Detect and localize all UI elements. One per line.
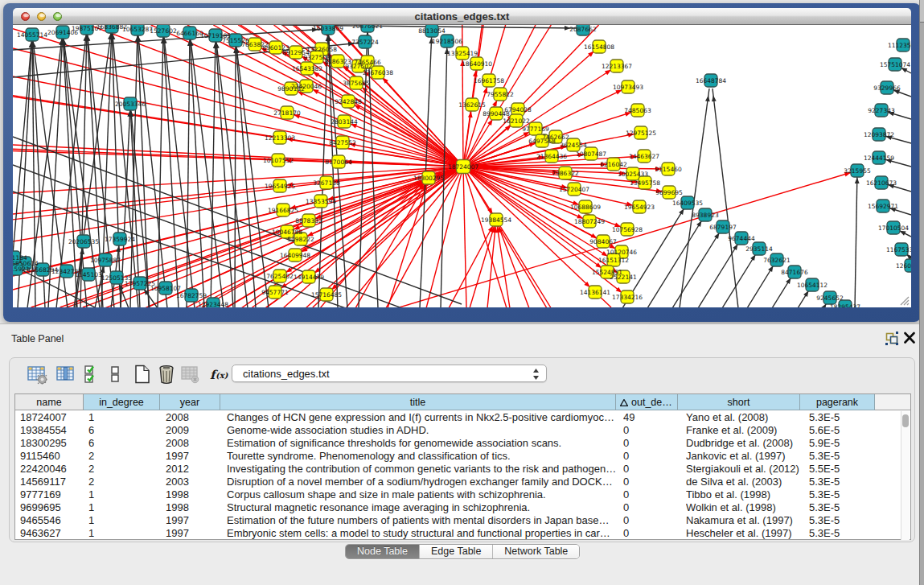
- graph-node-label: 18640910: [462, 60, 492, 68]
- window-titlebar[interactable]: citations_edges.txt: [13, 8, 911, 25]
- cell-title: Embryonic stem cells: a model to study s…: [227, 527, 618, 540]
- column-header-in_degree[interactable]: in_degree: [84, 394, 160, 410]
- graph-node-label: 16210673: [866, 179, 897, 187]
- network-file-select[interactable]: citations_edges.txt: [232, 365, 547, 382]
- graph-node-label: 14463627: [629, 153, 659, 160]
- table-body: 1872400712008Changes of HCN gene express…: [15, 411, 897, 540]
- graph-node-label: 16543382: [292, 65, 322, 72]
- scrollbar-thumb[interactable]: [902, 414, 909, 427]
- cell-year: 1997: [166, 514, 221, 527]
- graph-edge[interactable]: [138, 29, 149, 307]
- graph-edge[interactable]: [647, 215, 705, 307]
- table-row[interactable]: 946362711997Embryonic stem cells: a mode…: [15, 527, 897, 540]
- graph-edge[interactable]: [463, 25, 483, 167]
- cell-year: 2003: [166, 476, 221, 488]
- cell-pagerank: 5.6E-5: [809, 424, 879, 437]
- graph-edge[interactable]: [13, 29, 463, 167]
- graph-node-label: 9699695: [655, 189, 683, 196]
- canvas-resize-grip[interactable]: [898, 295, 910, 306]
- float-panel-icon[interactable]: [885, 332, 898, 345]
- column-header-pagerank[interactable]: pagerank: [800, 394, 875, 410]
- cell-year: 2008: [166, 437, 221, 450]
- graph-edge[interactable]: [855, 171, 857, 307]
- graph-node-label: 16033809: [313, 25, 343, 32]
- graph-edge[interactable]: [13, 137, 462, 304]
- graph-node-label: 12213303: [265, 134, 295, 142]
- network-canvas[interactable]: 1405571420691406198751071683688210653287…: [13, 25, 911, 307]
- table-row[interactable]: 1938455462009Genome-wide association stu…: [15, 424, 897, 437]
- tab-network-table[interactable]: Network Table: [493, 545, 579, 558]
- fx-icon[interactable]: f (x): [208, 364, 229, 385]
- graph-node-label: 9674444: [728, 235, 755, 242]
- table-row[interactable]: 946554611997Estimation of the future num…: [15, 514, 897, 527]
- table-row[interactable]: 1830029562008Estimation of significance …: [15, 437, 897, 450]
- graph-edge[interactable]: [163, 31, 179, 307]
- graph-edge[interactable]: [672, 227, 723, 307]
- cell-in_degree: 1: [88, 501, 160, 514]
- node-table[interactable]: namein_degreeyeartitleout_de…shortpagera…: [14, 393, 911, 540]
- column-header-short[interactable]: short: [678, 394, 800, 410]
- graph-node-label: 7986322: [552, 170, 579, 177]
- svg-text:(x): (x): [216, 371, 228, 380]
- graph-node-label: 16151312: [598, 257, 629, 264]
- graph-edge[interactable]: [463, 167, 466, 307]
- graph-edge[interactable]: [216, 35, 248, 307]
- network-graph[interactable]: 1405571420691406198751071683688210653287…: [13, 25, 911, 307]
- graph-node-label: 15716485: [311, 291, 342, 299]
- graph-node-label: 23676038: [363, 69, 393, 76]
- table-row[interactable]: 977716911998Corpus callosum shape and si…: [15, 488, 897, 501]
- outer-scrollbar[interactable]: [919, 0, 924, 585]
- graph-node-label: 9115460: [655, 166, 682, 173]
- cell-pagerank: 5.3E-5: [809, 450, 879, 463]
- tab-node-table[interactable]: Node Table: [346, 545, 420, 558]
- table-row[interactable]: 1872400712008Changes of HCN gene express…: [15, 411, 897, 424]
- graph-node-label: 6466160: [176, 30, 203, 37]
- graph-node-label: 19384554: [481, 216, 511, 224]
- column-header-out_de[interactable]: out_de…: [616, 394, 678, 410]
- graph-node-label: 19218506: [432, 38, 462, 45]
- table-row[interactable]: 911546021997Tourette syndrome. Phenomeno…: [15, 450, 897, 463]
- graph-node-label: 17010504: [878, 225, 909, 232]
- close-icon[interactable]: [904, 332, 915, 344]
- graph-node-label: 20206535: [68, 238, 99, 245]
- cell-out_de: 0: [623, 424, 680, 437]
- table-disabled-icon[interactable]: [179, 364, 200, 385]
- tab-edge-table[interactable]: Edge Table: [420, 545, 493, 558]
- table-column-icon[interactable]: [55, 364, 76, 385]
- graph-node-label: 1145103: [75, 271, 102, 278]
- graph-edge[interactable]: [496, 220, 510, 307]
- graph-edge[interactable]: [496, 220, 529, 307]
- graph-node-label: 16409535: [672, 200, 703, 207]
- trash-icon[interactable]: [156, 364, 177, 385]
- cell-year: 1998: [166, 501, 221, 514]
- graph-node-label: 9227343: [868, 107, 895, 114]
- graph-node-label: 13353594: [306, 198, 336, 205]
- table-vertical-scrollbar[interactable]: [901, 411, 910, 540]
- column-header-year[interactable]: year: [160, 394, 220, 410]
- column-header-title[interactable]: title: [220, 394, 616, 410]
- cell-pagerank: 5.5E-5: [809, 463, 879, 476]
- cell-title: Changes of HCN gene expression and I(f) …: [227, 411, 618, 424]
- graph-node-label: 10973493: [613, 84, 643, 91]
- graph-edge[interactable]: [187, 33, 190, 307]
- table-row[interactable]: 2242004622012Investigating the contribut…: [15, 463, 897, 476]
- cell-out_de: 0: [623, 450, 680, 463]
- empty-boxes-icon[interactable]: [105, 364, 125, 385]
- graph-edge[interactable]: [190, 33, 204, 307]
- table-gear-icon[interactable]: [27, 364, 47, 385]
- graph-node-label: 13226058: [306, 46, 337, 53]
- graph-edge[interactable]: [211, 35, 216, 307]
- table-row[interactable]: 1456911722003Disruption of a novel membe…: [15, 476, 897, 488]
- graph-node-label: 9084067: [589, 238, 617, 245]
- cell-name: 18724007: [20, 411, 84, 424]
- column-header-name[interactable]: name: [15, 394, 84, 410]
- cell-title: Estimation of the future numbers of pati…: [227, 514, 618, 527]
- graph-node-label: 22420046: [291, 83, 322, 90]
- graph-edge[interactable]: [713, 89, 738, 307]
- new-document-icon[interactable]: [132, 364, 153, 385]
- table-row[interactable]: 969969511998Structural magnetic resonanc…: [15, 501, 897, 514]
- graph-edge[interactable]: [236, 40, 256, 307]
- checkboxes-icon[interactable]: [82, 364, 103, 385]
- graph-node-label: 10120746: [606, 249, 637, 256]
- graph-edge[interactable]: [463, 167, 614, 260]
